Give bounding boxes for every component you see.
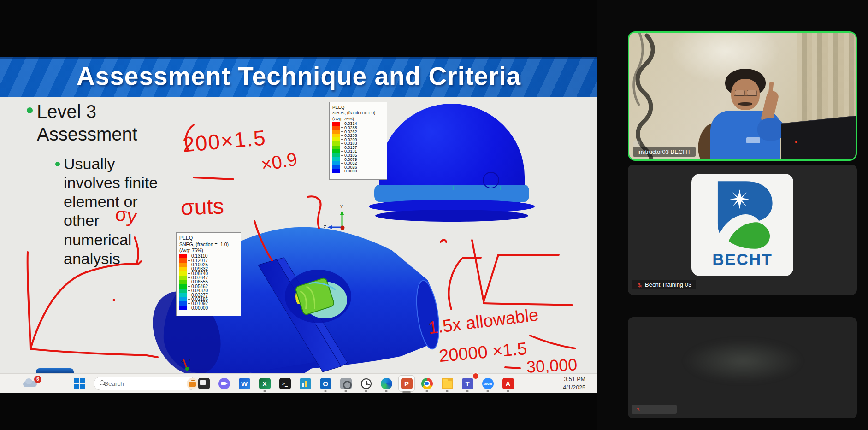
presentation-slide: Assessment Technique and Criteria Level …	[0, 57, 597, 393]
becht-training-label: Becht Training 03	[632, 280, 696, 289]
onedrive-icon[interactable]: 6	[23, 377, 41, 389]
taskbar-item-terminal[interactable]: >_	[275, 374, 295, 393]
taskbar-item-word[interactable]: W	[234, 374, 254, 393]
pipe-triad-y-label: Y	[189, 358, 191, 361]
cloud-icon	[23, 381, 37, 387]
taskbar-item-chat[interactable]	[214, 374, 234, 393]
edge-icon	[381, 378, 392, 389]
glasses	[734, 90, 757, 96]
taskbar-clock[interactable]: 3:51 PM 4/1/2025	[563, 376, 585, 392]
blurred-content	[683, 339, 803, 383]
becht-logo-card: BECHT	[691, 174, 793, 276]
video-tile-becht-training[interactable]: BECHT Becht Training 03	[628, 165, 857, 295]
participant-badge-icon	[633, 140, 640, 147]
taskbar-item-edge[interactable]	[376, 374, 396, 393]
participant-name-label	[632, 405, 677, 414]
search-box[interactable]	[94, 377, 196, 390]
chrome-icon	[421, 378, 433, 389]
task-view-icon	[198, 378, 210, 389]
video-tile-camera-off[interactable]	[628, 317, 857, 418]
instructor-name-label: instructor03 BECHT	[633, 147, 696, 157]
acrobat-icon: A	[502, 378, 514, 389]
search-input[interactable]	[103, 380, 187, 388]
taskbar-item-teams[interactable]: T	[457, 374, 478, 393]
terminal-icon: >_	[279, 378, 291, 389]
center-triad-icon	[327, 210, 345, 230]
clock-app-icon	[361, 378, 372, 389]
triad-y-label: Y	[340, 204, 343, 209]
zoom-icon: zoom	[482, 378, 494, 389]
media-app-icon	[300, 378, 311, 389]
onedrive-badge: 6	[34, 376, 41, 383]
taskbar-time: 3:51 PM	[563, 376, 585, 384]
windows-taskbar: 6 W X >_ O P T zoom A	[0, 373, 597, 393]
chat-icon	[218, 378, 230, 389]
start-button[interactable]	[74, 378, 85, 389]
ink-sigma-y: σy	[114, 203, 138, 228]
taskbar-item-excel[interactable]: X	[254, 374, 275, 393]
muted-mic-icon	[636, 282, 643, 288]
triad-z-label: Z	[324, 224, 326, 229]
word-icon: W	[239, 378, 250, 389]
taskbar-item-chrome[interactable]	[417, 374, 437, 393]
teams-icon: T	[462, 378, 473, 389]
capture-icon	[340, 378, 352, 389]
outlook-icon: O	[320, 378, 331, 389]
legend-peeq-sneg: PEEQ SNEG, (fraction = -1.0) (Avg: 75%) …	[176, 232, 241, 316]
becht-logo-text: BECHT	[691, 250, 793, 269]
legend-peeq-spos: PEEQ SPOS, (fraction = 1.0) (Avg: 75%) 0…	[329, 102, 387, 180]
taskbar-item-task-view[interactable]	[194, 374, 214, 393]
taskbar-item-capture[interactable]	[336, 374, 356, 393]
video-tile-instructor[interactable]: instructor03 BECHT	[628, 31, 857, 161]
taskbar-date: 4/1/2025	[563, 384, 585, 392]
file-explorer-icon	[442, 378, 453, 389]
excel-icon: X	[259, 378, 271, 389]
fea-dome-model	[369, 99, 535, 234]
screen-share-region: Assessment Technique and Criteria Level …	[0, 0, 597, 430]
taskbar-item-outlook[interactable]: O	[315, 374, 336, 393]
pipe-triad-x-label: X	[181, 360, 183, 363]
taskbar-item-clock-app[interactable]	[356, 374, 376, 393]
taskbar-item-zoom[interactable]: zoom	[478, 374, 498, 393]
dome-nozzle-outline	[483, 172, 499, 188]
dome-measurement-line	[453, 188, 501, 188]
taskbar-item-acrobat[interactable]: A	[498, 374, 518, 393]
taskbar-item-powerpoint[interactable]: P	[396, 374, 417, 393]
taskbar-item-media-app[interactable]	[295, 374, 315, 393]
muted-mic-icon	[636, 407, 640, 412]
powerpoint-icon: P	[401, 378, 413, 389]
ink-sigma-uts: σuts	[180, 193, 224, 220]
becht-logo	[710, 179, 774, 251]
taskbar-item-file-explorer[interactable]	[437, 374, 457, 393]
laptop	[781, 115, 857, 161]
mustache	[738, 102, 752, 106]
laptop-power-light	[795, 141, 797, 143]
